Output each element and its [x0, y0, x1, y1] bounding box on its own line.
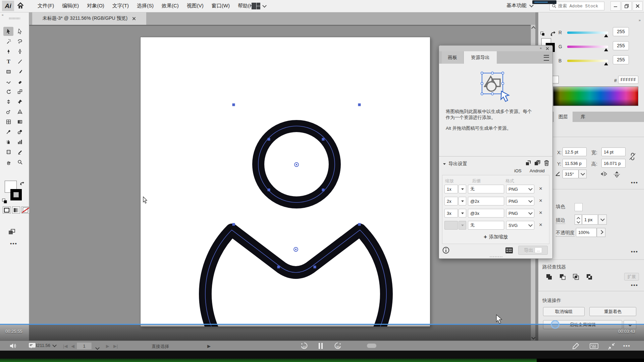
zoom-level-dropdown[interactable]: 3211.56 — [35, 343, 56, 348]
blend-tool[interactable] — [15, 127, 25, 136]
rotate-tool[interactable] — [3, 87, 13, 96]
panel-header[interactable]: « — [439, 46, 552, 51]
perspective-grid-tool[interactable] — [15, 107, 25, 116]
direct-selection-tool[interactable] — [15, 27, 25, 36]
stroke-label[interactable]: 描边 — [556, 217, 565, 224]
lasso-tool[interactable] — [15, 37, 25, 46]
remove-scale-icon[interactable]: × — [539, 209, 542, 216]
scale-dropdown[interactable] — [459, 209, 466, 218]
color-spectrum[interactable] — [553, 86, 638, 106]
collapse-dock-icon[interactable]: » — [639, 18, 641, 22]
menu-type[interactable]: 文字(T) — [108, 0, 133, 12]
artboard-number-box[interactable]: 1 — [76, 342, 92, 350]
swap-colors-icon[interactable] — [550, 31, 556, 38]
b-slider-handle[interactable] — [604, 62, 608, 65]
player-more-icon[interactable]: ••• — [623, 343, 631, 349]
flip-vertical-icon[interactable] — [613, 171, 620, 179]
keyboard-icon[interactable] — [590, 343, 598, 350]
appearance-more-icon[interactable]: ••• — [631, 249, 638, 254]
tab-libraries[interactable]: 库 — [576, 112, 590, 122]
toolbar-more-icon[interactable]: ••• — [10, 241, 17, 246]
zoom-tool[interactable] — [15, 158, 25, 167]
rewind-10-button[interactable]: 10 — [300, 342, 309, 351]
remove-scale-icon[interactable]: × — [539, 197, 542, 204]
menu-file[interactable]: 文件(F) — [34, 0, 58, 12]
b-slider[interactable] — [567, 60, 608, 62]
workspace-switcher[interactable]: 基本功能 — [506, 2, 533, 9]
tab-layers[interactable]: 图层 — [554, 112, 573, 122]
y-input[interactable]: 11.536 p — [562, 159, 587, 168]
opacity-options-button[interactable] — [597, 228, 605, 237]
ungroup-button[interactable]: 取消编组 — [543, 307, 585, 316]
selection-tool[interactable] — [3, 27, 13, 36]
hex-value[interactable]: FFFFFF — [618, 76, 638, 84]
format-select[interactable]: SVG — [506, 221, 534, 230]
home-icon[interactable] — [17, 2, 24, 11]
suffix-input[interactable]: 无 — [468, 185, 504, 193]
document-tab[interactable]: 未标题-3* @ 3211.56% (RGB/GPU 预览) — [32, 12, 146, 25]
remove-scale-icon[interactable]: × — [539, 222, 542, 228]
close-panel-icon[interactable] — [546, 47, 549, 50]
curvature-tool[interactable] — [15, 47, 25, 56]
tab-artboards[interactable]: 画板 — [442, 51, 463, 64]
menu-object[interactable]: 对象(O) — [83, 0, 108, 12]
pause-button[interactable] — [318, 343, 323, 351]
player-progress-bar[interactable] — [0, 359, 644, 362]
stroke-weight-dropdown[interactable] — [598, 215, 607, 225]
app-logo[interactable]: Ai — [2, 1, 14, 11]
captions-icon[interactable] — [29, 343, 36, 350]
ios-button[interactable]: iOS — [514, 168, 522, 173]
column-graph-tool[interactable] — [15, 137, 25, 146]
arrange-documents-icon[interactable] — [252, 3, 266, 9]
suffix-input[interactable]: 无 — [468, 221, 504, 230]
height-input[interactable]: 16.071 p — [601, 159, 626, 168]
pen-tool[interactable] — [3, 47, 13, 56]
b-value[interactable]: 255 — [613, 55, 629, 64]
width-input[interactable]: 14 pt — [601, 147, 626, 156]
swap-fill-stroke-icon[interactable] — [19, 181, 25, 188]
remove-scale-icon[interactable]: × — [539, 185, 542, 192]
transform-more-icon[interactable]: ••• — [631, 180, 638, 185]
asset-list-icon[interactable] — [505, 247, 513, 255]
constrain-proportions-icon[interactable] — [628, 152, 636, 162]
shape-builder-tool[interactable] — [3, 107, 13, 116]
magic-wand-tool[interactable] — [3, 37, 13, 46]
default-fill-stroke-icon[interactable] — [2, 198, 7, 205]
x-input[interactable]: 12.5 pt — [562, 147, 587, 156]
r-slider[interactable] — [567, 32, 608, 34]
prev-artboard-icon[interactable]: ◀ — [71, 344, 74, 349]
rectangle-tool[interactable] — [3, 67, 13, 76]
line-segment-tool[interactable] — [15, 57, 25, 66]
annotate-icon[interactable] — [572, 342, 580, 351]
opacity-input[interactable]: 100% — [576, 228, 597, 237]
close-window-button[interactable] — [633, 1, 643, 11]
scale-tool[interactable] — [15, 87, 25, 96]
hand-tool[interactable] — [3, 158, 13, 167]
restore-button[interactable] — [622, 1, 632, 11]
export-selected-icon[interactable] — [525, 160, 531, 167]
type-tool[interactable]: T — [3, 57, 13, 66]
export-settings-header[interactable]: 导出设置 — [443, 161, 467, 167]
next-artboard-icon[interactable]: ▶ — [106, 344, 109, 349]
color-mode-button[interactable] — [3, 206, 11, 214]
close-tab-icon[interactable] — [132, 17, 136, 20]
panel-grip[interactable] — [9, 17, 20, 19]
player-scrubber[interactable] — [551, 320, 559, 329]
panel-resize-grip[interactable] — [489, 256, 503, 257]
symbol-sprayer-tool[interactable] — [3, 137, 13, 146]
mesh-tool[interactable] — [3, 117, 13, 126]
pathfinder-more-icon[interactable]: ••• — [631, 282, 638, 288]
scale-input[interactable]: 1x — [444, 185, 458, 193]
menu-select[interactable]: 选择(S) — [133, 0, 158, 12]
eyedropper-tool[interactable] — [3, 127, 13, 136]
add-scale-button[interactable]: + 添加缩放 — [444, 232, 548, 242]
trash-icon[interactable] — [544, 160, 549, 167]
r-slider-handle[interactable] — [604, 34, 608, 37]
angle-input[interactable]: 315° — [562, 170, 579, 178]
format-select[interactable]: PNG — [506, 185, 534, 193]
format-select[interactable]: PNG — [506, 197, 534, 205]
first-artboard-icon[interactable]: |◀ — [63, 344, 67, 349]
expand-button[interactable]: 扩展 — [624, 273, 639, 281]
generate-assets-icon[interactable] — [534, 160, 540, 167]
angle-dropdown[interactable] — [579, 170, 587, 178]
